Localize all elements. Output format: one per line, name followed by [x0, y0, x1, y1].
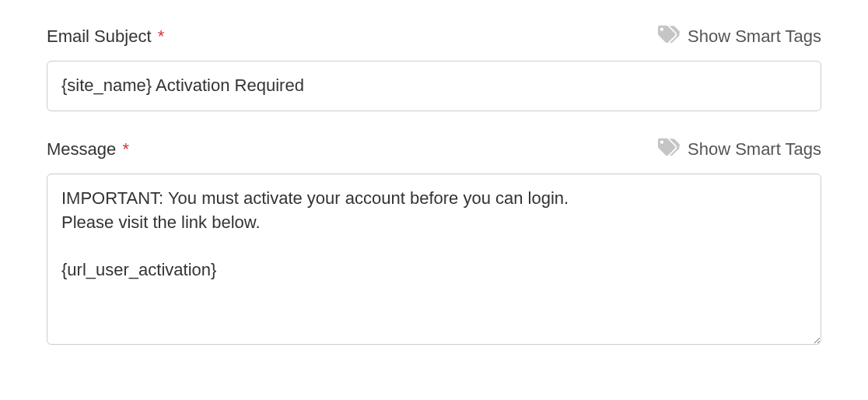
required-asterisk: * [158, 26, 165, 46]
message-label-text: Message [47, 139, 116, 159]
email-subject-label: Email Subject * [47, 26, 164, 47]
email-subject-label-text: Email Subject [47, 26, 152, 46]
message-smart-tags-label: Show Smart Tags [688, 139, 821, 160]
email-subject-label-row: Email Subject * Show Smart Tags [47, 23, 821, 50]
subject-show-smart-tags-button[interactable]: Show Smart Tags [658, 23, 821, 50]
subject-smart-tags-label: Show Smart Tags [688, 26, 821, 47]
message-textarea[interactable]: IMPORTANT: You must activate your accoun… [47, 174, 821, 345]
message-label: Message * [47, 139, 129, 160]
message-group: Message * Show Smart Tags IMPORTANT: You… [47, 136, 821, 348]
tags-icon [658, 23, 680, 50]
required-asterisk: * [122, 139, 129, 159]
tags-icon [658, 136, 680, 163]
message-show-smart-tags-button[interactable]: Show Smart Tags [658, 136, 821, 163]
email-subject-group: Email Subject * Show Smart Tags [47, 23, 821, 111]
message-label-row: Message * Show Smart Tags [47, 136, 821, 163]
email-subject-input[interactable] [47, 61, 821, 111]
